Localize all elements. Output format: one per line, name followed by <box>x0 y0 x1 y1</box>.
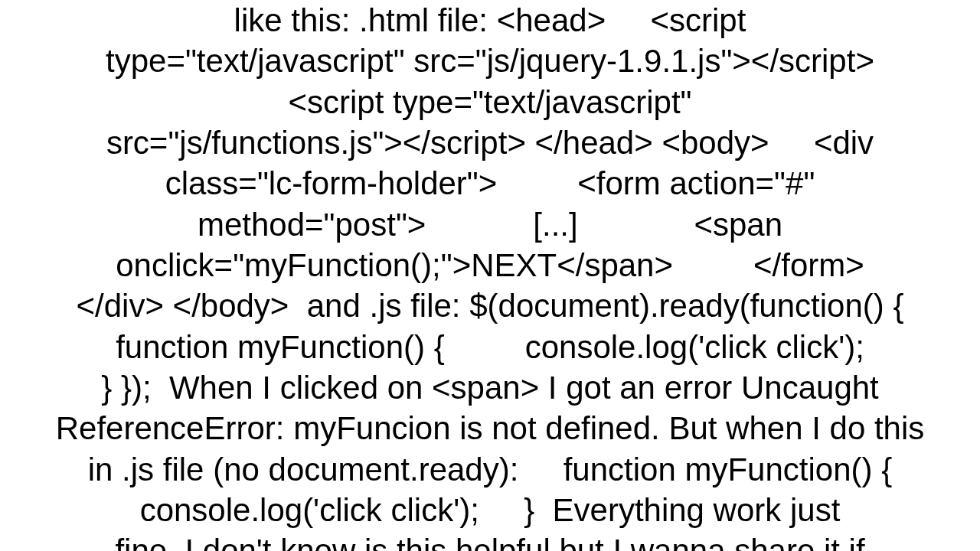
document-container: like this: .html file: <head> <script ty… <box>0 0 980 551</box>
document-text: like this: .html file: <head> <script ty… <box>56 0 925 551</box>
